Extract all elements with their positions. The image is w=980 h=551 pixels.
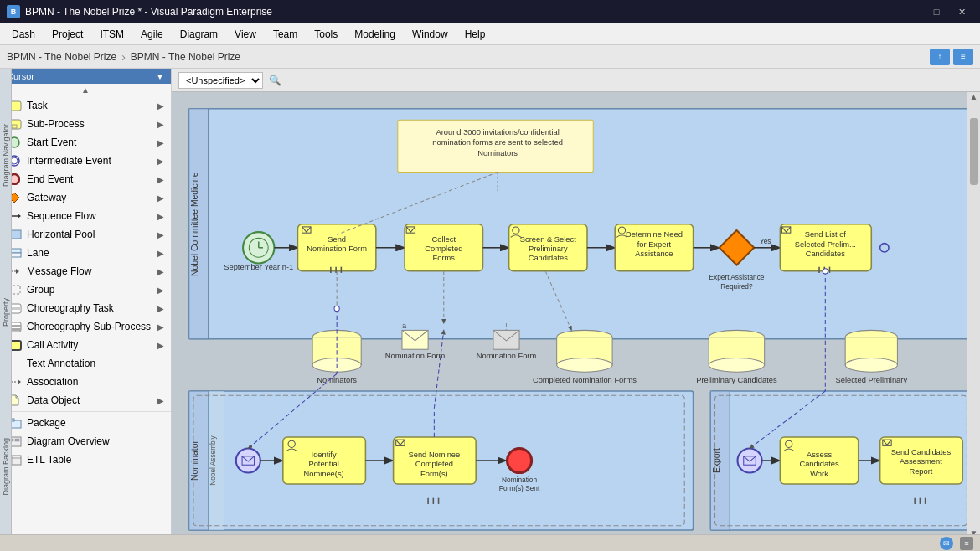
svg-text:Determine Need: Determine Need (626, 230, 683, 239)
vscroll-thumb[interactable] (970, 118, 978, 185)
sidebar-item-call-activity[interactable]: Call Activity ▶ (0, 336, 171, 354)
svg-text:Candidates: Candidates (799, 460, 839, 468)
sidebar-item-task[interactable]: Task ▶ (0, 96, 171, 115)
menu-project[interactable]: Project (44, 27, 91, 42)
sidebar-item-etl-table[interactable]: ETL Table (0, 451, 171, 469)
svg-marker-9 (18, 214, 21, 219)
svg-point-164 (334, 306, 339, 311)
menu-dash[interactable]: Dash (3, 27, 44, 42)
sidebar-label-group: Group (27, 284, 152, 296)
menu-team[interactable]: Team (265, 27, 306, 42)
sidebar-header: Cursor ▼ (0, 69, 171, 84)
menu-itsm[interactable]: ITSM (91, 27, 132, 42)
svg-text:Send Candidates: Send Candidates (891, 448, 952, 456)
sidebar-item-diagram-overview[interactable]: Diagram Overview (0, 432, 171, 451)
sidebar-item-sequence-flow[interactable]: Sequence Flow ▶ (0, 207, 171, 225)
menu-window[interactable]: Window (404, 27, 456, 42)
svg-point-169 (823, 269, 828, 274)
label-diagram-backlog: Diagram Backlog (2, 438, 10, 496)
sidebar-item-package[interactable]: Package (0, 414, 171, 432)
svg-text:Forms: Forms (433, 254, 456, 262)
svg-text:Completed: Completed (415, 460, 453, 468)
diagram-area: <Unspecified> 🔍 (172, 69, 980, 551)
menu-agile[interactable]: Agile (132, 27, 172, 42)
menu-modeling[interactable]: Modeling (346, 27, 404, 42)
sidebar-item-association[interactable]: Association (0, 373, 171, 391)
sidebar-item-choreography-subprocess[interactable]: Choreography Sub-Process ▶ (0, 317, 171, 336)
status-mail-icon[interactable]: ✉ (940, 537, 953, 550)
svg-point-145 (738, 448, 762, 472)
sidebar-item-pool[interactable]: Horizontal Pool ▶ (0, 225, 171, 244)
svg-text:nomination forms are sent to s: nomination forms are sent to selected (432, 138, 563, 147)
diagram-canvas[interactable]: Nobel Committee Medicine Around 3000 inv… (172, 92, 980, 551)
svg-point-136 (508, 448, 532, 472)
svg-point-114 (845, 358, 897, 373)
svg-text:Send List of: Send List of (805, 230, 847, 239)
sidebar-label-text-annotation: Text Annotation (27, 358, 164, 369)
notify-icon[interactable]: ↑ (930, 49, 950, 65)
menu-bar: Dash Project ITSM Agile Diagram View Tea… (0, 23, 980, 45)
sidebar-item-choreography-task[interactable]: Choreography Task ▶ (0, 299, 171, 317)
svg-text:Preliminary Candidates: Preliminary Candidates (696, 376, 777, 384)
svg-text:Assistance: Assistance (635, 250, 673, 258)
main-layout: Cursor ▼ ▲ Task ▶ Sub-Process ▶ Start Ev… (0, 69, 980, 551)
svg-text:Screen & Select: Screen & Select (520, 235, 576, 244)
svg-point-44 (243, 232, 274, 263)
sidebar-item-intermediate-event[interactable]: Intermediate Event ▶ (0, 152, 171, 170)
sidebar-item-message-flow[interactable]: Message Flow ▶ (0, 262, 171, 281)
sidebar-label-package: Package (27, 417, 164, 429)
sidebar-item-text-annotation[interactable]: Text Annotation (0, 354, 171, 373)
svg-text:September Year n-1: September Year n-1 (224, 263, 293, 271)
sidebar-item-subprocess[interactable]: Sub-Process ▶ (0, 115, 171, 133)
svg-text:Selected Prelim...: Selected Prelim... (795, 240, 856, 249)
menu-view[interactable]: View (226, 27, 265, 42)
svg-text:Candidates: Candidates (529, 254, 569, 262)
svg-text:Yes: Yes (760, 237, 771, 245)
svg-text:Required?: Required? (720, 282, 753, 291)
sidebar-label-gateway: Gateway (27, 192, 152, 203)
close-button[interactable]: ✕ (950, 3, 973, 21)
status-bar: ✉ ≡ (0, 534, 980, 551)
sidebar-scroll-up[interactable]: ▲ (0, 84, 171, 96)
menu-tools[interactable]: Tools (306, 27, 346, 42)
svg-text:Nominators: Nominators (477, 149, 518, 157)
label-diagram-navigator: Diagram Navigator (2, 124, 10, 187)
sidebar-label-task: Task (27, 100, 152, 111)
sidebar-item-start-event[interactable]: Start Event ▶ (0, 133, 171, 152)
sidebar-label-pool: Horizontal Pool (27, 229, 152, 240)
svg-marker-16 (16, 269, 19, 274)
sidebar-label-choreography-subprocess: Choreography Sub-Process (27, 321, 152, 332)
app-icon: B (7, 5, 20, 18)
svg-text:Export: Export (712, 448, 721, 473)
breadcrumb-item-2[interactable]: BPMN - The Nobel Prize (131, 51, 240, 63)
svg-text:Candidates: Candidates (806, 250, 846, 258)
menu-diagram[interactable]: Diagram (172, 27, 226, 42)
sidebar-label-association: Association (27, 376, 164, 388)
svg-text:Preliminary: Preliminary (529, 245, 568, 253)
sidebar-item-data-object[interactable]: Data Object ▶ (0, 391, 171, 409)
maximize-button[interactable]: □ (925, 3, 948, 21)
vertical-scrollbar[interactable]: ▲ ▼ (967, 92, 980, 538)
search-button[interactable]: 🔍 (266, 72, 283, 89)
svg-text:Collect: Collect (432, 235, 456, 244)
sidebar-label-subprocess: Sub-Process (27, 118, 152, 130)
label-property: Property (2, 298, 10, 327)
svg-text:Assessment: Assessment (900, 457, 942, 466)
breadcrumb-item-1[interactable]: BPMN - The Nobel Prize (7, 51, 116, 63)
unspecified-select[interactable]: <Unspecified> (178, 72, 263, 89)
sidebar-item-gateway[interactable]: Gateway ▶ (0, 188, 171, 207)
sidebar-item-lane[interactable]: Lane ▶ (0, 244, 171, 262)
svg-point-121 (236, 448, 260, 472)
sidebar-vertical-labels: Diagram Navigator Property Diagram Backl… (0, 69, 12, 551)
menu-help[interactable]: Help (456, 27, 494, 42)
diagram-toolbar: <Unspecified> 🔍 (172, 69, 980, 92)
sidebar-item-group[interactable]: Group ▶ (0, 281, 171, 299)
status-menu-icon[interactable]: ≡ (960, 537, 973, 550)
sidebar-item-end-event[interactable]: End Event ▶ (0, 170, 171, 188)
svg-point-110 (709, 358, 764, 373)
minimize-button[interactable]: – (900, 3, 923, 21)
menu-icon[interactable]: ≡ (953, 49, 973, 65)
svg-text:Identify: Identify (312, 451, 337, 459)
svg-text:Nobel Assembly: Nobel Assembly (209, 435, 217, 485)
breadcrumb-actions: ↑ ≡ (930, 49, 973, 65)
